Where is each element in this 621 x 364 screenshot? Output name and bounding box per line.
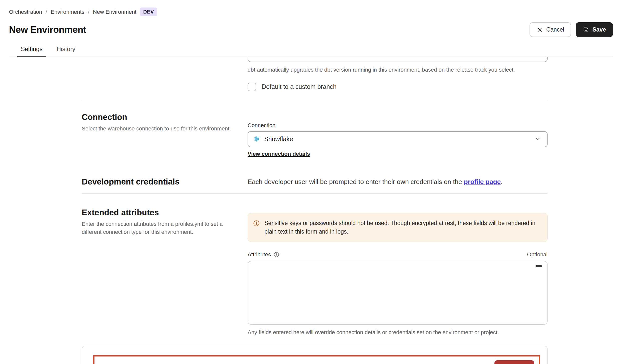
custom-branch-checkbox[interactable] bbox=[248, 83, 256, 91]
dev-credentials-text-before: Each developer user will be prompted to … bbox=[248, 178, 464, 186]
tab-history[interactable]: History bbox=[53, 46, 79, 57]
release-track-section: dbt automatically upgrades the dbt versi… bbox=[82, 57, 548, 91]
optional-label: Optional bbox=[527, 251, 548, 258]
tab-settings[interactable]: Settings bbox=[17, 46, 46, 57]
save-button-label: Save bbox=[592, 26, 606, 33]
breadcrumb-orchestration[interactable]: Orchestration bbox=[9, 9, 42, 15]
delete-environment-row-highlighted: Click the button below to delete this en… bbox=[93, 355, 540, 364]
extended-attributes-section: Extended attributes Enter the connection… bbox=[82, 208, 548, 336]
section-divider bbox=[82, 193, 548, 194]
attributes-helper-text: Any fields entered here will override co… bbox=[248, 329, 548, 336]
custom-branch-row: Default to a custom branch bbox=[248, 83, 548, 91]
view-connection-details-link[interactable]: View connection details bbox=[248, 151, 310, 157]
dev-credentials-heading: Development credentials bbox=[82, 177, 237, 187]
attributes-editor bbox=[248, 261, 548, 325]
settings-form: dbt automatically upgrades the dbt versi… bbox=[0, 57, 621, 364]
connection-selected-value: Snowflake bbox=[264, 135, 535, 143]
page-title: New Environment bbox=[9, 25, 86, 35]
extended-attributes-heading: Extended attributes bbox=[82, 208, 237, 218]
connection-field-label: Connection bbox=[248, 122, 548, 129]
chevron-down-icon bbox=[535, 135, 541, 143]
warning-text: Sensitive keys or passwords should not b… bbox=[264, 219, 541, 236]
fold-minus-icon[interactable] bbox=[536, 265, 542, 267]
breadcrumb-new-environment[interactable]: New Environment bbox=[93, 9, 137, 15]
extended-attributes-description: Enter the connection attributes from a p… bbox=[82, 220, 237, 236]
close-icon bbox=[537, 27, 543, 33]
connection-select[interactable]: ❄ Snowflake bbox=[248, 131, 548, 147]
environment-settings-page: Orchestration / Environments / New Envir… bbox=[0, 0, 621, 364]
release-track-help-text: dbt automatically upgrades the dbt versi… bbox=[248, 66, 548, 74]
header-actions: Cancel Save bbox=[530, 22, 613, 37]
delete-environment-card: Click the button below to delete this en… bbox=[82, 346, 548, 364]
dev-credentials-section: Development credentials Each developer u… bbox=[82, 177, 548, 187]
breadcrumb-separator: / bbox=[46, 9, 47, 15]
breadcrumb-separator: / bbox=[88, 9, 89, 15]
dev-credentials-text: Each developer user will be prompted to … bbox=[248, 177, 548, 187]
warning-circle-icon bbox=[253, 219, 260, 228]
attributes-textarea[interactable] bbox=[248, 261, 547, 324]
profile-page-link[interactable]: profile page bbox=[464, 178, 501, 186]
save-icon bbox=[583, 27, 589, 33]
connection-description: Select the warehouse connection to use f… bbox=[82, 125, 237, 133]
custom-branch-label[interactable]: Default to a custom branch bbox=[262, 83, 337, 90]
attributes-label-row: Attributes Optional bbox=[248, 251, 548, 258]
env-type-badge: DEV bbox=[140, 8, 157, 16]
attributes-label: Attributes bbox=[248, 251, 271, 258]
release-track-select[interactable] bbox=[248, 57, 548, 62]
cancel-button-label: Cancel bbox=[546, 26, 564, 33]
tab-bar: Settings History bbox=[9, 46, 613, 57]
section-divider bbox=[82, 101, 548, 101]
help-question-icon[interactable] bbox=[273, 252, 279, 258]
title-row: New Environment Cancel bbox=[9, 22, 613, 37]
dev-credentials-text-after: . bbox=[501, 178, 502, 186]
connection-heading: Connection bbox=[82, 112, 237, 122]
snowflake-icon: ❄ bbox=[254, 135, 260, 143]
delete-button[interactable]: Delete bbox=[494, 360, 534, 364]
cancel-button[interactable]: Cancel bbox=[530, 22, 571, 37]
breadcrumb-environments[interactable]: Environments bbox=[51, 9, 84, 15]
breadcrumb: Orchestration / Environments / New Envir… bbox=[9, 0, 613, 16]
connection-section: Connection Select the warehouse connecti… bbox=[82, 112, 548, 157]
page-header: Orchestration / Environments / New Envir… bbox=[0, 0, 621, 57]
sensitive-keys-warning-banner: Sensitive keys or passwords should not b… bbox=[248, 213, 548, 242]
save-button[interactable]: Save bbox=[576, 22, 613, 37]
